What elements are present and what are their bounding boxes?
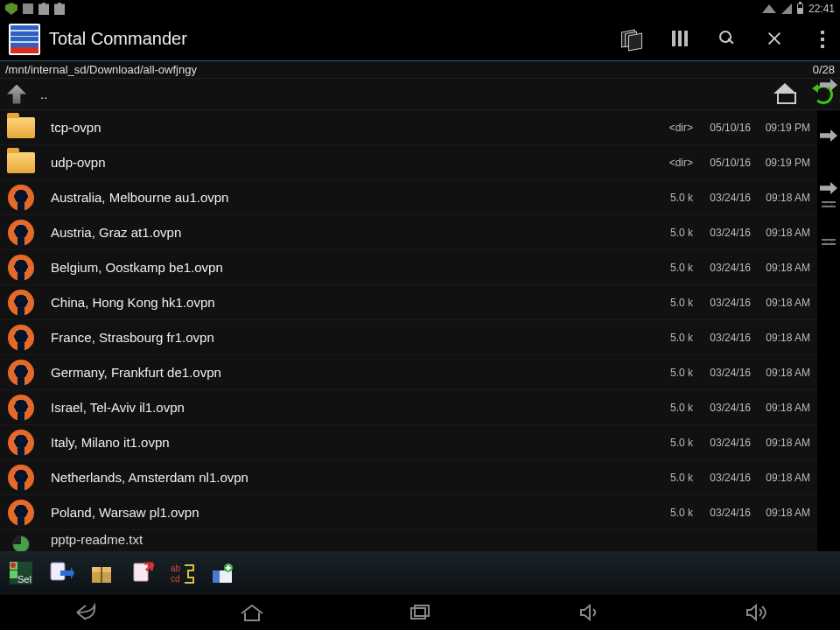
file-meta: <dir>05/10/1609:19 PM: [662, 157, 817, 169]
close-button[interactable]: [766, 31, 784, 48]
app-icon[interactable]: [9, 24, 40, 55]
status-bar: 22:41: [0, 0, 840, 18]
clipboard-icon-2: [54, 3, 65, 15]
file-row[interactable]: Poland, Warsaw pl1.ovpn5.0 k03/24/1609:1…: [0, 495, 817, 530]
openvpn-icon: [5, 464, 37, 492]
file-name: tcp-ovpn: [51, 120, 102, 135]
openvpn-icon: [5, 184, 37, 212]
svg-rect-9: [134, 564, 148, 581]
file-row[interactable]: pptp-readme.txt: [0, 530, 817, 548]
file-name: Israel, Tel-Aviv il1.ovpn: [51, 400, 185, 415]
file-meta: <dir>05/10/1609:19 PM: [662, 122, 817, 134]
openvpn-icon: [5, 499, 37, 527]
search-button[interactable]: [719, 31, 737, 48]
svg-rect-2: [10, 570, 18, 578]
side-rows-icon-2[interactable]: [822, 239, 836, 245]
file-meta: 5.0 k03/24/1609:18 AM: [662, 297, 817, 309]
signal-icon: [781, 4, 792, 14]
file-list[interactable]: tcp-ovpn<dir>05/10/1609:19 PMudp-ovpn<di…: [0, 110, 817, 551]
path-bar[interactable]: /mnt/internal_sd/Download/all-owfjngy 0/…: [0, 61, 840, 79]
svg-text:ab: ab: [171, 564, 181, 573]
up-arrow-icon[interactable]: [7, 85, 26, 104]
file-meta: 5.0 k03/24/1609:18 AM: [662, 192, 817, 204]
file-row[interactable]: Netherlands, Amsterdam nl1.ovpn5.0 k03/2…: [0, 460, 817, 495]
file-row[interactable]: Italy, Milano it1.ovpn5.0 k03/24/1609:18…: [0, 425, 817, 460]
openvpn-icon: [5, 429, 37, 457]
side-arrow-icon[interactable]: [820, 79, 837, 91]
file-name: Belgium, Oostkamp be1.ovpn: [51, 260, 223, 275]
openvpn-icon: [5, 254, 37, 282]
file-row[interactable]: Belgium, Oostkamp be1.ovpn5.0 k03/24/160…: [0, 250, 817, 285]
file-meta: 5.0 k03/24/1609:18 AM: [662, 332, 817, 344]
rename-button[interactable]: abcd: [164, 556, 200, 591]
clipboard-icon: [38, 3, 49, 15]
volume-down-button[interactable]: [568, 602, 608, 623]
side-rows-icon[interactable]: [822, 201, 836, 207]
home-button[interactable]: [774, 85, 796, 104]
delete-button[interactable]: [124, 556, 159, 591]
file-meta: 5.0 k03/24/1609:18 AM: [662, 367, 817, 379]
folder-icon: [5, 149, 37, 177]
select-button[interactable]: Sel: [4, 556, 38, 591]
svg-text:Sel: Sel: [18, 574, 32, 584]
side-strip: [817, 77, 840, 245]
folder-icon: [5, 114, 37, 142]
file-row[interactable]: France, Strasbourg fr1.ovpn5.0 k03/24/16…: [0, 320, 817, 355]
app-bar: Total Commander: [0, 18, 840, 61]
svg-text:cd: cd: [171, 574, 180, 584]
volume-up-button[interactable]: [736, 602, 776, 623]
svg-rect-13: [213, 570, 220, 583]
file-row[interactable]: Germany, Frankfurt de1.ovpn5.0 k03/24/16…: [0, 355, 817, 390]
file-meta: 5.0 k03/24/1609:18 AM: [662, 472, 817, 484]
file-name: pptp-readme.txt: [51, 532, 143, 547]
menu-button[interactable]: [814, 31, 831, 48]
shield-icon: [5, 3, 18, 15]
file-name: China, Hong Kong hk1.ovpn: [51, 295, 215, 310]
text-file-icon: [5, 531, 37, 547]
file-row[interactable]: China, Hong Kong hk1.ovpn5.0 k03/24/1609…: [0, 285, 817, 320]
file-name: Austria, Graz at1.ovpn: [51, 225, 181, 240]
openvpn-icon: [5, 219, 37, 247]
file-name: Netherlands, Amsterdam nl1.ovpn: [51, 470, 248, 485]
app-title: Total Commander: [49, 29, 187, 49]
file-name: Australia, Melbourne au1.ovpn: [51, 190, 228, 205]
up-label[interactable]: ..: [40, 87, 47, 102]
new-button[interactable]: [205, 556, 240, 591]
openvpn-icon: [5, 324, 37, 352]
openvpn-icon: [5, 359, 37, 387]
selection-counter: 0/28: [813, 63, 835, 76]
back-button[interactable]: [64, 602, 104, 623]
nav-row: ..: [0, 79, 840, 110]
file-meta: 5.0 k03/24/1609:18 AM: [662, 437, 817, 449]
file-name: Italy, Milano it1.ovpn: [51, 435, 170, 450]
file-name: Germany, Frankfurt de1.ovpn: [51, 365, 221, 380]
columns-button[interactable]: [672, 31, 690, 48]
battery-icon: [797, 4, 803, 14]
status-square-icon: [23, 4, 33, 14]
file-meta: 5.0 k03/24/1609:18 AM: [662, 262, 817, 274]
svg-rect-16: [415, 606, 429, 616]
file-name: France, Strasbourg fr1.ovpn: [51, 330, 214, 345]
pack-button[interactable]: [84, 556, 119, 591]
folder-row[interactable]: udp-ovpn<dir>05/10/1609:19 PM: [0, 145, 817, 180]
copy-button[interactable]: [44, 556, 79, 591]
wifi-icon: [762, 4, 776, 13]
file-row[interactable]: Australia, Melbourne au1.ovpn5.0 k03/24/…: [0, 180, 817, 215]
openvpn-icon: [5, 289, 37, 317]
home-button[interactable]: [232, 602, 272, 623]
svg-point-4: [10, 563, 16, 568]
file-meta: 5.0 k03/24/1609:18 AM: [662, 402, 817, 414]
file-row[interactable]: Israel, Tel-Aviv il1.ovpn5.0 k03/24/1609…: [0, 390, 817, 425]
system-nav-bar: [0, 595, 840, 630]
folder-row[interactable]: tcp-ovpn<dir>05/10/1609:19 PM: [0, 110, 817, 145]
file-name: udp-ovpn: [51, 155, 106, 170]
clock: 22:41: [808, 3, 835, 15]
file-meta: 5.0 k03/24/1609:18 AM: [662, 227, 817, 239]
bottom-toolbar: Sel abcd: [0, 551, 840, 595]
side-arrow-icon-3[interactable]: [820, 182, 837, 194]
openvpn-icon: [5, 394, 37, 422]
recent-apps-button[interactable]: [400, 602, 440, 623]
file-row[interactable]: Austria, Graz at1.ovpn5.0 k03/24/1609:18…: [0, 215, 817, 250]
copy-stack-button[interactable]: [625, 31, 642, 48]
side-arrow-icon-2[interactable]: [820, 130, 837, 142]
